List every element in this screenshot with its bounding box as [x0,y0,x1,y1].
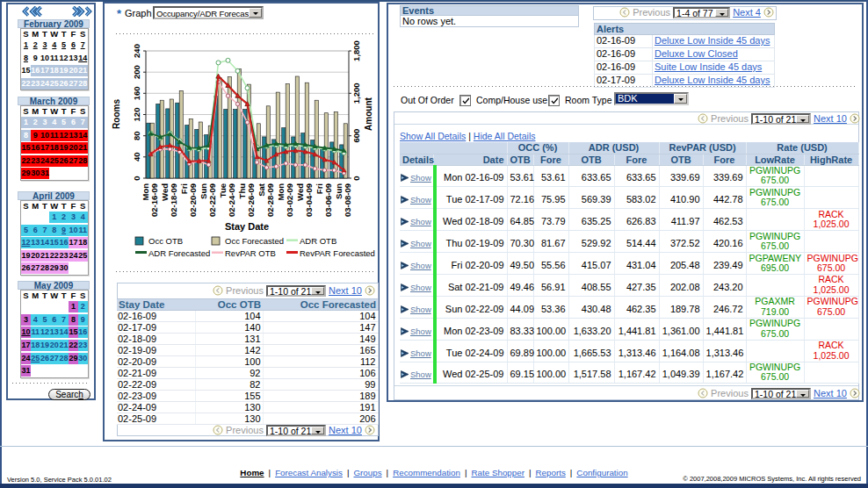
svg-text:Sun03-08-09: Sun03-08-09 [334,183,353,217]
svg-text:Occ OTB: Occ OTB [148,236,183,246]
svg-text:ADR OTB: ADR OTB [300,236,336,246]
svg-text:240: 240 [132,44,141,58]
svg-text:Mon02-16-09: Mon02-16-09 [141,183,160,217]
svg-text:Fri03-06-09: Fri03-06-09 [315,183,334,217]
svg-text:200: 200 [132,65,141,79]
svg-text:Wed03-04-09: Wed03-04-09 [295,183,315,217]
svg-text:Sun02-22-09: Sun02-22-09 [199,183,218,217]
svg-text:160: 160 [132,86,141,100]
svg-text:Occ Forecasted: Occ Forecasted [225,236,284,246]
svg-text:RevPAR OTB: RevPAR OTB [225,248,276,258]
svg-text:Sat02-28-09: Sat02-28-09 [257,183,276,217]
svg-text:Rooms: Rooms [112,99,121,129]
svg-text:Fri02-20-09: Fri02-20-09 [179,183,199,217]
svg-text:1,800: 1,800 [351,40,361,61]
svg-text:1,200: 1,200 [351,83,361,104]
svg-text:120: 120 [132,108,141,122]
svg-text:Amount: Amount [364,97,373,130]
svg-text:Thu02-26-09: Thu02-26-09 [237,183,257,217]
svg-text:Wed02-18-09: Wed02-18-09 [160,183,179,217]
svg-text:Tue02-24-09: Tue02-24-09 [218,183,237,217]
svg-text:Stay Date: Stay Date [225,221,269,232]
svg-text:Mon03-02-09: Mon03-02-09 [276,183,295,217]
svg-text:RevPAR Forecasted: RevPAR Forecasted [300,248,375,258]
svg-text:80: 80 [132,131,141,140]
svg-text:40: 40 [132,153,141,162]
svg-text:ADR Forecasted: ADR Forecasted [148,248,210,258]
svg-text:600: 600 [351,129,361,143]
svg-text:0: 0 [132,176,141,180]
svg-text:0: 0 [351,176,361,180]
